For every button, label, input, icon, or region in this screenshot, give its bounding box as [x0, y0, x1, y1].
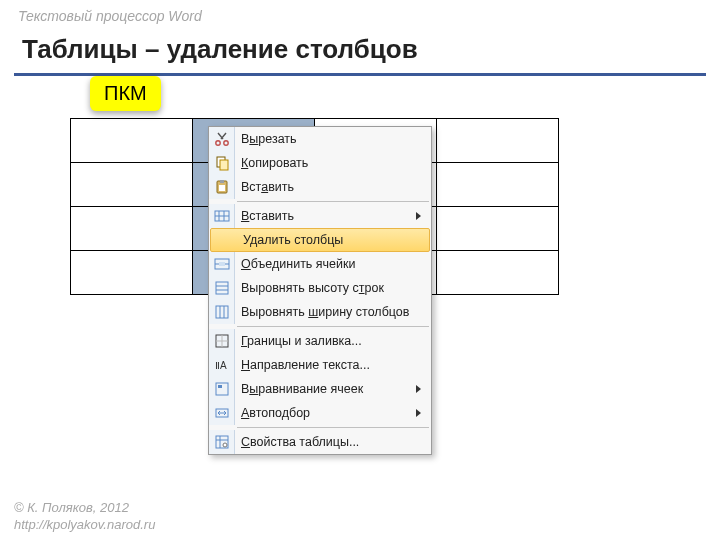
delete-columns-icon: [211, 228, 237, 252]
menu-item[interactable]: Свойства таблицы...: [209, 430, 431, 454]
menu-item-label: Удалить столбцы: [237, 233, 423, 247]
menu-item[interactable]: Выровнять высоту строк: [209, 276, 431, 300]
menu-item-label: Свойства таблицы...: [235, 435, 425, 449]
svg-rect-3: [220, 160, 228, 170]
menu-item[interactable]: Выровнять ширину столбцов: [209, 300, 431, 324]
svg-rect-5: [220, 180, 224, 183]
menu-separator: [237, 326, 429, 327]
page-title: Таблицы – удаление столбцов: [0, 24, 720, 73]
menu-item-label: Вставить: [235, 180, 425, 194]
footer: © К. Поляков, 2012 http://kpolyakov.naro…: [14, 499, 155, 534]
svg-point-30: [223, 443, 227, 447]
chevron-right-icon: [416, 385, 421, 393]
menu-item-label: Копировать: [235, 156, 425, 170]
chevron-right-icon: [416, 212, 421, 220]
footer-url: http://kpolyakov.narod.ru: [14, 516, 155, 534]
svg-rect-14: [216, 282, 228, 294]
menu-item[interactable]: Автоподбор: [209, 401, 431, 425]
distribute-rows-icon: [209, 276, 235, 300]
svg-point-0: [215, 141, 219, 145]
svg-rect-24: [216, 383, 228, 395]
copyright: © К. Поляков, 2012: [14, 499, 155, 517]
cell-alignment-icon: [209, 377, 235, 401]
menu-item[interactable]: Вырезать: [209, 127, 431, 151]
menu-item[interactable]: Границы и заливка...: [209, 329, 431, 353]
cut-icon: [209, 127, 235, 151]
menu-item-label: Объединить ячейки: [235, 257, 425, 271]
menu-item[interactable]: Удалить столбцы: [210, 228, 430, 252]
context-menu: ВырезатьКопироватьВставитьВставитьУдалит…: [208, 126, 432, 455]
pkm-badge: ПКМ: [90, 76, 161, 111]
svg-rect-13: [219, 262, 225, 266]
menu-item-label: Выровнять высоту строк: [235, 281, 425, 295]
menu-item-label: Вставить: [235, 209, 416, 223]
menu-item[interactable]: ⅡAНаправление текста...: [209, 353, 431, 377]
menu-item-label: Направление текста...: [235, 358, 425, 372]
menu-item-label: Вырезать: [235, 132, 425, 146]
svg-rect-17: [216, 306, 228, 318]
table-properties-icon: [209, 430, 235, 454]
autofit-icon: [209, 401, 235, 425]
distribute-columns-icon: [209, 300, 235, 324]
menu-separator: [237, 427, 429, 428]
svg-point-1: [223, 141, 227, 145]
menu-item-label: Выровнять ширину столбцов: [235, 305, 425, 319]
menu-item-label: Границы и заливка...: [235, 334, 425, 348]
svg-rect-25: [218, 385, 222, 388]
category-caption: Текстовый процессор Word: [0, 0, 720, 24]
paste-icon: [209, 175, 235, 199]
menu-item-label: Выравнивание ячеек: [235, 382, 416, 396]
menu-item[interactable]: Вставить: [209, 204, 431, 228]
menu-item-label: Автоподбор: [235, 406, 416, 420]
menu-separator: [237, 201, 429, 202]
svg-text:ⅡA: ⅡA: [215, 360, 227, 371]
menu-item[interactable]: Копировать: [209, 151, 431, 175]
borders-icon: [209, 329, 235, 353]
menu-item[interactable]: Выравнивание ячеек: [209, 377, 431, 401]
insert-icon: [209, 204, 235, 228]
menu-item[interactable]: Вставить: [209, 175, 431, 199]
chevron-right-icon: [416, 409, 421, 417]
copy-icon: [209, 151, 235, 175]
svg-rect-6: [219, 185, 225, 191]
merge-cells-icon: [209, 252, 235, 276]
menu-item[interactable]: Объединить ячейки: [209, 252, 431, 276]
text-direction-icon: ⅡA: [209, 353, 235, 377]
